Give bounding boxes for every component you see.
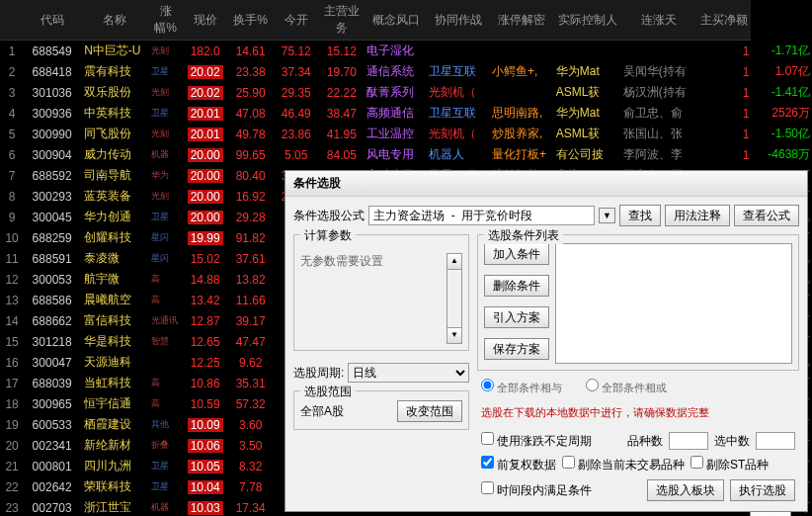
add-condition-button[interactable]: 加入条件 [484, 243, 549, 265]
import-scheme-button[interactable]: 引入方案 [484, 306, 549, 328]
concept: 卫星互联 [427, 61, 490, 82]
row-index: 18 [0, 393, 24, 414]
chk-notfix[interactable]: 使用涨跌不定周期 [481, 432, 592, 450]
col-header[interactable]: 代码 [24, 0, 80, 41]
pct-change: 182.0 [183, 41, 228, 62]
coop: 思明南路, [490, 103, 554, 124]
col-header[interactable]: 实际控制人 [554, 0, 621, 41]
stock-code: 301036 [24, 82, 80, 103]
stock-code: 300293 [24, 186, 80, 207]
coop [490, 41, 554, 62]
up-days: 1 [697, 103, 752, 124]
up-days: 1 [697, 124, 752, 144]
table-row[interactable]: 4300936中英科技卫星20.0147.0846.4938.47高频通信卫星互… [0, 103, 812, 124]
pct-change: 10.05 [183, 456, 228, 476]
col-header[interactable]: 现价 [183, 0, 228, 41]
view-formula-button[interactable]: 查看公式 [734, 205, 799, 226]
tag: 机器 [149, 144, 183, 165]
pct-change: 20.02 [183, 82, 228, 103]
save-scheme-button[interactable]: 保存方案 [484, 338, 549, 360]
delete-condition-button[interactable]: 删除条件 [484, 275, 549, 297]
scope-fieldset: 选股范围 全部A股 改变范围 [293, 390, 469, 430]
pct-change: 20.01 [183, 124, 228, 144]
col-header[interactable]: 涨停解密 [490, 0, 554, 41]
stock-code: 688259 [24, 227, 80, 248]
table-row[interactable]: 5300990同飞股份光刻20.0149.7823.8641.95工业温控光刻机… [0, 124, 812, 144]
turnover: 75.12 [274, 41, 319, 62]
stock-name: 威力传动 [80, 144, 148, 165]
change-scope-button[interactable]: 改变范围 [397, 400, 462, 422]
col-header[interactable]: 换手% [228, 0, 274, 41]
col-header[interactable]: 协同作战 [427, 0, 490, 41]
chk-timefull[interactable]: 时间段内满足条件 [481, 481, 592, 499]
chk-adj[interactable]: 前复权数据 [481, 456, 556, 473]
col-header[interactable]: 名称 [80, 0, 148, 41]
explain: ASML获 [554, 124, 621, 144]
stock-name: 蓝英装备 [80, 186, 148, 207]
chk-rmno[interactable]: 剔除当前未交易品种 [562, 456, 685, 473]
stock-name: N中巨芯-U [80, 41, 148, 62]
period-select[interactable]: 日线 [348, 363, 469, 383]
price: 16.92 [228, 186, 274, 207]
pct-change: 14.88 [183, 269, 228, 290]
stock-name: 晨曦航空 [80, 290, 148, 310]
col-header[interactable]: 主买净额 [697, 0, 752, 41]
to-block-button[interactable]: 选股入板块 [647, 479, 724, 501]
formula-input[interactable] [368, 206, 595, 225]
table-row[interactable]: 1688549N中巨芯-U光刻182.014.6175.1215.12电子湿化1… [0, 41, 812, 62]
usage-button[interactable]: 用法注释 [665, 205, 730, 226]
tag: 光通讯 [149, 310, 183, 331]
price: 37.61 [228, 248, 274, 269]
hits-input[interactable] [756, 432, 795, 450]
table-row[interactable]: 3301036双乐股份光刻20.0225.9029.3522.22酞菁系列光刻机… [0, 82, 812, 103]
col-header[interactable]: 涨幅% [149, 0, 183, 41]
stock-code: 688549 [24, 41, 80, 62]
turnover: 37.34 [274, 61, 319, 82]
price: 3.60 [228, 414, 274, 435]
kinds-input[interactable] [669, 432, 708, 450]
kinds-label: 品种数 [627, 433, 663, 450]
business: 通信系统 [365, 61, 428, 82]
stock-code: 688418 [24, 61, 80, 82]
tag: 高 [149, 290, 183, 310]
col-header[interactable]: 连涨天 [621, 0, 697, 41]
price: 35.31 [228, 373, 274, 393]
stock-code: 300053 [24, 269, 80, 290]
condition-listbox[interactable] [555, 243, 792, 364]
row-index: 8 [0, 186, 24, 207]
pct-change: 20.01 [183, 103, 228, 124]
stock-name: 新纶新材 [80, 435, 148, 456]
turnover: 23.86 [274, 124, 319, 144]
pct-change: 10.86 [183, 373, 228, 393]
controller: 李阿波、李 [621, 144, 697, 165]
row-index: 6 [0, 144, 24, 165]
radio-or[interactable]: 全部条件相或 [586, 379, 667, 395]
pct-change: 12.65 [183, 331, 228, 352]
find-button[interactable]: 查找 [619, 205, 661, 226]
radio-and[interactable]: 全部条件相与 [481, 379, 562, 395]
net-buy: -1.50亿 [751, 124, 812, 144]
col-header[interactable]: 今开 [274, 0, 319, 41]
dropdown-icon[interactable]: ▼ [599, 208, 615, 223]
table-row[interactable]: 6300904威力传动机器20.0099.655.0584.05风电专用机器人量… [0, 144, 812, 165]
scroll-up-icon[interactable]: ▲ [447, 254, 461, 270]
param-scrollbar[interactable]: ▲ ▼ [447, 253, 462, 344]
col-header[interactable]: 主营业务 [319, 0, 365, 41]
stock-code: 301218 [24, 331, 80, 352]
execute-button[interactable]: 执行选股 [730, 479, 795, 501]
chk-rmst[interactable]: 剔除ST品种 [690, 456, 769, 473]
pct-change: 10.03 [183, 497, 228, 516]
scroll-down-icon[interactable]: ▼ [447, 327, 461, 343]
close-button[interactable]: 关闭 [750, 511, 791, 516]
tag: 卫星 [149, 103, 183, 124]
concept: 卫星互联 [427, 103, 490, 124]
dialog-title: 条件选股 [285, 171, 807, 197]
stock-code: 002642 [24, 476, 80, 497]
stock-name: 荣联科技 [80, 476, 148, 497]
stock-code: 688039 [24, 373, 80, 393]
pct-change: 10.59 [183, 393, 228, 414]
table-row[interactable]: 2688418震有科技卫星20.0223.3837.3419.70通信系统卫星互… [0, 61, 812, 82]
up-days: 1 [697, 41, 752, 62]
col-header[interactable]: 概念风口 [365, 0, 428, 41]
stock-name: 栖霞建设 [80, 414, 148, 435]
